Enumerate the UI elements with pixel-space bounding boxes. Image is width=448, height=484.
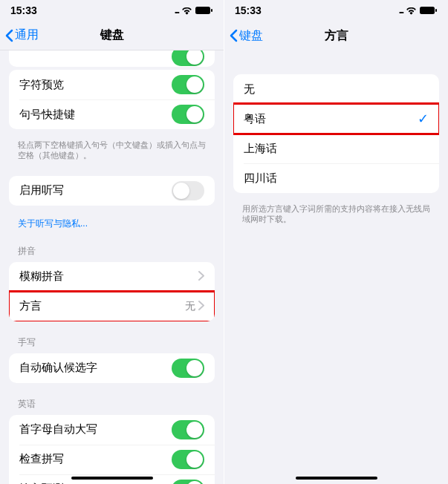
home-indicator[interactable]	[296, 477, 377, 480]
link-dictation-privacy[interactable]: 关于听写与隐私...	[0, 213, 224, 238]
svg-rect-3	[435, 9, 437, 12]
footer-period: 轻点两下空格键插入句号（中文键盘）或插入句点与空格（其他键盘）。	[0, 137, 224, 169]
row-label: 方言	[19, 299, 185, 313]
toggle-dictation[interactable]	[172, 181, 204, 200]
nav-bar: 键盘 方言	[224, 21, 448, 50]
wifi-icon	[181, 7, 192, 15]
toggle-spell-check[interactable]	[172, 450, 204, 469]
row-label: 自动确认候选字	[19, 361, 172, 375]
status-bar: 15:33 ....	[224, 0, 448, 21]
group-english: 首字母自动大写 检查拼写 输入预测 滑行键入时逐词删除	[9, 415, 215, 484]
row-auto-confirm[interactable]: 自动确认候选字	[9, 353, 215, 383]
checkmark-icon: ✓	[418, 111, 429, 127]
header-pinyin: 拼音	[0, 238, 224, 261]
group-dictation: 启用听写	[9, 176, 215, 206]
row-option-shanghainese[interactable]: 上海话	[233, 134, 439, 163]
nav-bar: 通用 键盘	[0, 21, 224, 50]
row-value-dialect: 无	[185, 300, 195, 313]
group-keyboard-switches: 字符预览 句号快捷键	[9, 70, 215, 129]
phone-dialect-settings: 15:33 .... 键盘 方言 无 粤语 ✓ 上海话 四川话	[224, 0, 448, 484]
chevron-right-icon	[198, 300, 204, 313]
toggle-predictive[interactable]	[172, 480, 204, 484]
home-indicator[interactable]	[71, 477, 153, 480]
nav-back-label: 键盘	[239, 28, 263, 44]
row-auto-cap[interactable]: 首字母自动大写	[9, 415, 215, 445]
toggle-partial[interactable]	[172, 50, 204, 66]
svg-rect-2	[420, 7, 435, 14]
row-label: 无	[244, 82, 429, 97]
content-scroll[interactable]: 字符预览 句号快捷键 轻点两下空格键插入句号（中文键盘）或插入句点与空格（其他键…	[0, 50, 224, 484]
group-pinyin: 模糊拼音 方言 无	[9, 262, 215, 321]
row-option-cantonese[interactable]: 粤语 ✓	[233, 104, 439, 134]
group-handwrite: 自动确认候选字	[9, 353, 215, 383]
group-dialect-options: 无 粤语 ✓ 上海话 四川话	[233, 74, 439, 193]
row-dictation[interactable]: 启用听写	[9, 176, 215, 206]
wifi-icon	[406, 7, 417, 15]
nav-back-button[interactable]: 通用	[0, 27, 39, 43]
toggle-auto-confirm[interactable]	[172, 359, 204, 378]
row-dialect[interactable]: 方言 无	[9, 292, 215, 321]
row-label: 首字母自动大写	[19, 422, 172, 436]
row-period-shortcut[interactable]: 句号快捷键	[9, 99, 215, 129]
chevron-left-icon	[229, 29, 238, 42]
toggle-auto-cap[interactable]	[172, 420, 204, 439]
svg-rect-1	[211, 9, 212, 12]
phone-keyboard-settings: 15:33 .... 通用 键盘 字符预览 句号快捷键 轻点两下空格键插	[0, 0, 224, 484]
status-bar: 15:33 ....	[0, 0, 224, 21]
toggle-char-preview[interactable]	[172, 75, 204, 94]
row-option-none[interactable]: 无	[233, 74, 439, 104]
cellular-icon: ....	[175, 5, 178, 16]
row-spell-check[interactable]: 检查拼写	[9, 445, 215, 474]
row-label: 字符预览	[19, 78, 172, 92]
battery-icon	[420, 6, 438, 15]
partial-row-top	[9, 50, 215, 67]
header-english: 英语	[0, 390, 224, 413]
battery-icon	[195, 6, 213, 15]
toggle-period-shortcut[interactable]	[172, 105, 204, 124]
status-right: ....	[399, 5, 438, 16]
row-label: 句号快捷键	[19, 108, 172, 122]
chevron-left-icon	[4, 29, 13, 42]
svg-rect-0	[195, 7, 210, 14]
row-char-preview[interactable]: 字符预览	[9, 70, 215, 99]
nav-back-button[interactable]: 键盘	[224, 28, 263, 44]
row-label: 粤语	[244, 112, 418, 126]
status-right: ....	[175, 5, 213, 16]
content-scroll[interactable]: 无 粤语 ✓ 上海话 四川话 用所选方言键入字词所需的支持内容将在接入无线局域网…	[224, 50, 448, 484]
chevron-right-icon	[198, 270, 204, 283]
row-label: 上海话	[244, 142, 429, 156]
nav-back-label: 通用	[15, 27, 39, 43]
header-handwrite: 手写	[0, 329, 224, 352]
row-label: 启用听写	[19, 183, 172, 197]
status-time: 15:33	[235, 4, 262, 16]
cellular-icon: ....	[399, 5, 403, 16]
status-time: 15:33	[10, 4, 37, 16]
row-option-sichuanese[interactable]: 四川话	[233, 163, 439, 193]
row-fuzzy-pinyin[interactable]: 模糊拼音	[9, 262, 215, 292]
row-label: 四川话	[244, 171, 429, 186]
row-label: 检查拼写	[19, 452, 172, 466]
footer-dialect: 用所选方言键入字词所需的支持内容将在接入无线局域网时下载。	[224, 200, 448, 232]
row-label: 模糊拼音	[19, 269, 198, 284]
